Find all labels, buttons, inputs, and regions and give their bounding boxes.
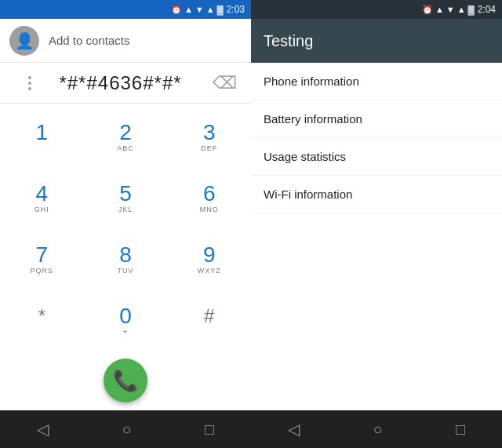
left-panel: ⏰ ▲ ▼ ▲ ▓ 2:03 👤 Add to contacts *#*#463…: [0, 0, 251, 448]
status-time-left: 2:03: [227, 4, 245, 15]
key-2-letters: ABC: [117, 144, 134, 152]
status-bar-left: ⏰ ▲ ▼ ▲ ▓ 2:03: [0, 0, 251, 19]
backspace-button[interactable]: ⌫: [209, 70, 240, 97]
nav-bar-right: ◁ ○ □: [251, 410, 502, 448]
key-star[interactable]: *: [0, 290, 84, 351]
key-0[interactable]: 0 +: [84, 290, 168, 351]
back-button-left[interactable]: ◁: [37, 420, 49, 439]
key-2[interactable]: 2 ABC: [84, 107, 168, 168]
key-9[interactable]: 9 WXYZ: [167, 229, 251, 290]
menu-list: Phone information Battery information Us…: [251, 63, 502, 410]
key-9-letters: WXYZ: [198, 267, 221, 275]
key-8-letters: TUV: [118, 267, 134, 275]
key-7-number: 7: [36, 244, 49, 266]
key-1[interactable]: 1: [0, 107, 84, 168]
status-time-right: 2:04: [478, 4, 496, 15]
key-5[interactable]: 5 JKL: [84, 168, 168, 229]
alarm-icon-left: ⏰: [171, 5, 182, 15]
wifi-icon-right: ▲: [435, 5, 444, 14]
key-star-symbol: *: [38, 307, 45, 326]
key-4-letters: GHI: [35, 206, 49, 213]
status-icons-right: ⏰ ▲ ▼ ▲ ▓: [422, 5, 475, 15]
key-6-letters: MNO: [200, 206, 219, 213]
key-hash-symbol: #: [204, 307, 214, 326]
key-9-number: 9: [203, 244, 216, 266]
menu-header: Testing: [251, 19, 502, 63]
key-1-number: 1: [36, 122, 49, 144]
battery-icon-left: ▓: [217, 5, 224, 14]
menu-item-battery-information[interactable]: Battery information: [251, 100, 502, 138]
menu-item-phone-information[interactable]: Phone information: [251, 63, 502, 100]
battery-icon-right: ▓: [468, 5, 475, 14]
back-button-right[interactable]: ◁: [288, 420, 300, 439]
home-button-right[interactable]: ○: [373, 421, 382, 439]
dialpad-row-4: * 0 + #: [0, 290, 251, 351]
key-5-number: 5: [119, 183, 132, 205]
key-4-number: 4: [36, 183, 49, 205]
phone-icon: 📞: [113, 369, 138, 393]
key-8[interactable]: 8 TUV: [84, 229, 168, 290]
key-5-letters: JKL: [118, 206, 133, 213]
dialpad: 1 2 ABC 3 DEF 4 GHI 5 JKL 6 MNO: [0, 104, 251, 354]
dialpad-row-3: 7 PQRS 8 TUV 9 WXYZ: [0, 229, 251, 290]
menu-item-battery-information-label: Battery information: [264, 112, 362, 126]
dialer-display: *#*#4636#*#* ⌫: [0, 63, 251, 104]
key-8-number: 8: [119, 244, 132, 266]
add-to-contacts-label: Add to contacts: [49, 34, 129, 47]
dialpad-row-1: 1 2 ABC 3 DEF: [0, 107, 251, 168]
contact-bar[interactable]: 👤 Add to contacts: [0, 19, 251, 63]
menu-item-wifi-information[interactable]: Wi-Fi information: [251, 176, 502, 213]
key-0-letters: +: [123, 328, 128, 336]
wifi-icon-left: ▲: [184, 5, 193, 14]
signal-icon-left: ▼: [195, 5, 204, 14]
signal-icon-right: ▼: [446, 5, 455, 14]
key-7[interactable]: 7 PQRS: [0, 229, 84, 290]
status-bar-right: ⏰ ▲ ▼ ▲ ▓ 2:04: [251, 0, 502, 19]
home-button-left[interactable]: ○: [122, 421, 131, 439]
call-button-row: 📞: [0, 354, 251, 410]
key-hash[interactable]: #: [167, 290, 251, 351]
menu-item-wifi-information-label: Wi-Fi information: [264, 188, 352, 201]
dialed-number: *#*#4636#*#*: [31, 72, 209, 94]
menu-item-phone-information-label: Phone information: [264, 75, 359, 88]
menu-title: Testing: [264, 32, 313, 50]
nav-bar-left: ◁ ○ □: [0, 410, 251, 448]
key-7-letters: PQRS: [31, 267, 54, 275]
key-3-number: 3: [203, 122, 216, 144]
key-6-number: 6: [203, 183, 216, 205]
dialpad-row-2: 4 GHI 5 JKL 6 MNO: [0, 168, 251, 229]
key-3-letters: DEF: [201, 144, 217, 152]
signal-bars-right: ▲: [457, 5, 466, 14]
recent-button-left[interactable]: □: [205, 421, 214, 439]
key-6[interactable]: 6 MNO: [167, 168, 251, 229]
right-panel: ⏰ ▲ ▼ ▲ ▓ 2:04 Testing Phone information…: [251, 0, 502, 448]
person-icon: 👤: [15, 31, 35, 50]
call-button[interactable]: 📞: [104, 359, 147, 402]
avatar: 👤: [9, 26, 39, 56]
key-2-number: 2: [119, 122, 132, 144]
signal-bars-left: ▲: [206, 5, 215, 14]
menu-item-usage-statistics-label: Usage statistics: [264, 150, 346, 163]
menu-item-usage-statistics[interactable]: Usage statistics: [251, 138, 502, 176]
key-0-number: 0: [119, 305, 132, 327]
key-3[interactable]: 3 DEF: [167, 107, 251, 168]
alarm-icon-right: ⏰: [422, 5, 433, 15]
key-4[interactable]: 4 GHI: [0, 168, 84, 229]
recent-button-right[interactable]: □: [456, 421, 465, 439]
status-icons-left: ⏰ ▲ ▼ ▲ ▓: [171, 5, 224, 15]
